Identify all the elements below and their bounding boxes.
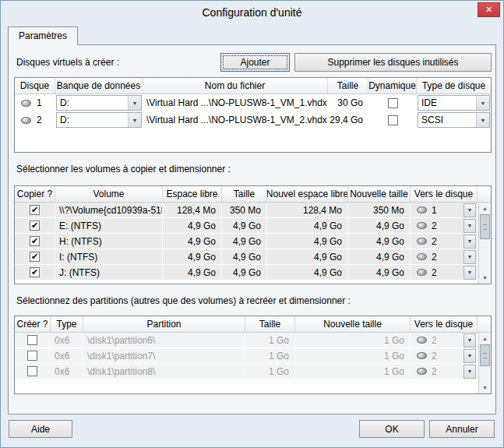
table-row[interactable]: 0x6 \disk1\partition7\ 1 Go 1 Go 2▼	[15, 348, 478, 364]
column-header-dynamique[interactable]: Dynamique	[368, 78, 417, 93]
scroll-down-button[interactable]: ▼	[479, 272, 491, 284]
create-checkbox[interactable]	[27, 335, 37, 345]
column-header-partition[interactable]: Partition	[83, 316, 245, 332]
table-row[interactable]: ✔ H: (NTFS) 4,9 Go 4,9 Go 4,9 Go 4,9 Go …	[15, 234, 478, 249]
target-disk-number: 2	[432, 335, 437, 346]
column-header-disque[interactable]: Disque	[15, 78, 55, 93]
disk-icon	[417, 269, 427, 276]
chevron-down-icon[interactable]: ▼	[463, 349, 476, 363]
target-disk-combobox[interactable]: 2▼	[411, 348, 478, 363]
column-header-vers-disque[interactable]: Vers le disque	[411, 316, 478, 332]
chevron-down-icon[interactable]: ▼	[463, 250, 476, 264]
column-header-volume[interactable]: Volume	[55, 186, 163, 202]
scrollbar-thumb[interactable]	[480, 344, 490, 366]
copy-cell: ✔	[15, 265, 55, 280]
vertical-scrollbar[interactable]: ▲ ▼	[478, 333, 491, 393]
add-button[interactable]: Ajouter	[220, 53, 290, 72]
column-header-nouvelle-taille[interactable]: Nouvelle taille	[348, 186, 411, 202]
table-row[interactable]: ✔ E: (NTFS) 4,9 Go 4,9 Go 4,9 Go 4,9 Go …	[15, 218, 478, 234]
copy-checkbox[interactable]: ✔	[30, 220, 40, 231]
tab-parametres[interactable]: Paramètres	[8, 26, 78, 45]
titlebar[interactable]: Configuration d'unité	[1, 1, 503, 24]
create-checkbox[interactable]	[27, 351, 37, 361]
create-checkbox[interactable]	[27, 366, 37, 376]
table-row[interactable]: 1 D:▼ \Virtual Hard ...\NO-PLUSW8-1_VM_1…	[15, 94, 491, 111]
new-free-space: 4,9 Go	[267, 234, 348, 249]
scrollbar-track[interactable]	[479, 214, 491, 272]
new-free-space: 4,9 Go	[267, 265, 348, 280]
help-button[interactable]: Aide	[9, 420, 72, 438]
target-disk-combobox[interactable]: 1▼	[411, 203, 478, 217]
ok-button[interactable]: OK	[359, 420, 425, 438]
copy-checkbox[interactable]: ✔	[30, 252, 40, 262]
chevron-down-icon[interactable]: ▼	[463, 266, 476, 280]
table-row[interactable]: ✔ \\?\Volume{cd10939a-51be 128,4 Mo 350 …	[15, 203, 478, 218]
column-header-type-disque[interactable]: Type de disque	[417, 78, 491, 93]
disk-type-combobox[interactable]: IDE▼	[418, 95, 490, 111]
window-title: Configuration d'unité	[203, 6, 302, 19]
target-disk-number: 2	[432, 220, 437, 231]
chevron-down-icon[interactable]: ▼	[463, 235, 476, 249]
chevron-down-icon[interactable]: ▼	[463, 203, 476, 217]
volume-size: 4,9 Go	[222, 218, 267, 233]
dynamic-checkbox[interactable]	[388, 98, 398, 108]
column-header-banque[interactable]: Banque de données	[55, 78, 143, 93]
column-header-creer[interactable]: Créer ?	[15, 316, 51, 332]
dialog-window: Configuration d'unité ✕ Paramètres Disqu…	[0, 0, 504, 448]
chevron-down-icon[interactable]: ▼	[128, 113, 141, 127]
dynamic-checkbox[interactable]	[388, 115, 398, 125]
chevron-down-icon[interactable]: ▼	[476, 96, 489, 110]
column-header-taille[interactable]: Taille	[222, 186, 267, 202]
table-row[interactable]: 0x6 \disk1\partition6\ 1 Go 1 Go 2▼	[15, 333, 478, 348]
column-header-vers-disque[interactable]: Vers le disque	[411, 186, 478, 202]
disk-type-cell: IDE▼	[417, 94, 491, 111]
table-row[interactable]: ✔ I: (NTFS) 4,9 Go 4,9 Go 4,9 Go 4,9 Go …	[15, 249, 478, 265]
target-disk-combobox[interactable]: 2▼	[411, 218, 478, 233]
create-cell	[15, 333, 51, 347]
remove-unused-disks-button[interactable]: Supprimer les disques inutilisés	[294, 53, 492, 72]
table-header: Créer ? Type Partition Taille Nouvelle t…	[15, 316, 491, 333]
table-row[interactable]: 0x6 \disk1\partition8\ 1 Go 1 Go 2▼	[15, 364, 478, 379]
disk-type-combobox[interactable]: SCSI▼	[418, 112, 490, 128]
target-disk-number: 2	[432, 267, 437, 278]
chevron-down-icon[interactable]: ▼	[463, 333, 476, 347]
target-disk-combobox[interactable]: 2▼	[411, 265, 478, 280]
target-disk-combobox[interactable]: 2▼	[411, 364, 478, 379]
chevron-down-icon[interactable]: ▼	[476, 113, 489, 127]
partition-path: \disk1\partition7\	[83, 348, 245, 363]
column-header-taille[interactable]: Taille	[328, 78, 368, 93]
scroll-up-button[interactable]: ▲	[479, 333, 491, 344]
copy-checkbox[interactable]: ✔	[30, 236, 40, 246]
table-row[interactable]: ✔ J: (NTFS) 4,9 Go 4,9 Go 4,9 Go 4,9 Go …	[15, 265, 478, 280]
column-header-espace-libre[interactable]: Espace libre	[163, 186, 222, 202]
copy-checkbox[interactable]: ✔	[30, 267, 40, 277]
scroll-down-button[interactable]: ▼	[479, 382, 491, 393]
chevron-down-icon[interactable]: ▼	[128, 96, 141, 110]
datastore-combobox[interactable]: D:▼	[56, 112, 142, 128]
column-header-copier[interactable]: Copier ?	[15, 186, 55, 202]
scroll-up-button[interactable]: ▲	[479, 203, 491, 214]
column-header-nouvelle-taille[interactable]: Nouvelle taille	[295, 316, 411, 332]
column-header-type[interactable]: Type	[51, 316, 83, 332]
vertical-scrollbar[interactable]: ▲ ▼	[478, 203, 491, 284]
target-disk-combobox[interactable]: 2▼	[411, 234, 478, 249]
disk-type-value: IDE	[418, 96, 476, 110]
volume-name: I: (NTFS)	[55, 249, 163, 264]
table-row[interactable]: 2 D:▼ \Virtual Hard ...\NO-PLUSW8-1_VM_2…	[15, 111, 491, 129]
target-disk-combobox[interactable]: 2▼	[411, 249, 478, 264]
new-size: 4,9 Go	[348, 218, 411, 233]
chevron-down-icon[interactable]: ▼	[463, 219, 476, 233]
disk-icon	[21, 117, 31, 124]
column-header-taille[interactable]: Taille	[245, 316, 295, 332]
close-button[interactable]: ✕	[478, 2, 500, 17]
scrollbar-track[interactable]	[479, 344, 491, 382]
datastore-combobox[interactable]: D:▼	[56, 95, 142, 111]
column-header-nom-fichier[interactable]: Nom du fichier	[143, 78, 328, 93]
copy-checkbox[interactable]: ✔	[30, 205, 40, 215]
chevron-down-icon[interactable]: ▼	[463, 365, 476, 379]
target-disk-combobox[interactable]: 2▼	[411, 333, 478, 347]
free-space: 4,9 Go	[163, 249, 222, 264]
scrollbar-thumb[interactable]	[480, 214, 490, 239]
column-header-nouvel-espace-libre[interactable]: Nouvel espace libre	[267, 186, 348, 202]
cancel-button[interactable]: Annuler	[429, 420, 495, 438]
